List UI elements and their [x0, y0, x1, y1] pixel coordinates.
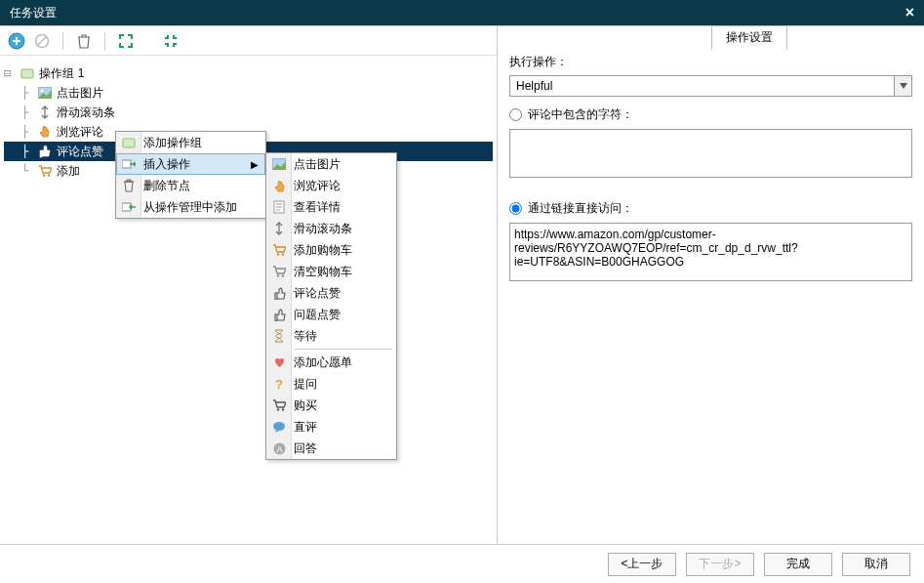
- svg-line-2: [38, 36, 47, 45]
- thumb-up-icon: [270, 284, 288, 302]
- svg-point-7: [48, 174, 50, 176]
- sub-wishlist[interactable]: 添加心愿单: [266, 352, 396, 373]
- cancel-button[interactable]: 取消: [842, 553, 910, 576]
- svg-rect-9: [122, 160, 131, 168]
- next-button: 下一步>: [686, 553, 754, 576]
- image-icon: [270, 155, 288, 173]
- link-textarea[interactable]: https://www.amazon.com/gp/customer-revie…: [509, 223, 912, 281]
- svg-text:?: ?: [275, 377, 283, 391]
- scroll-icon: [270, 220, 288, 237]
- cart-icon: [270, 241, 288, 259]
- svg-point-19: [282, 274, 284, 276]
- sub-view-detail[interactable]: 查看详情: [266, 196, 396, 218]
- tree-root[interactable]: ⊟ 操作组 1: [4, 63, 493, 83]
- content-area: ⊟ 操作组 1 ├ 点击图片 ├ 滑动滚动条 ├ 浏览评论 ├: [0, 25, 924, 544]
- sub-click-image[interactable]: 点击图片: [266, 153, 396, 175]
- disable-button[interactable]: [33, 32, 51, 50]
- tree-item[interactable]: ├ 点击图片: [4, 83, 493, 103]
- ctx-insert-action[interactable]: 插入操作 ▶: [116, 153, 265, 175]
- image-icon: [37, 85, 53, 101]
- radio-link-input[interactable]: [509, 202, 522, 215]
- titlebar: 任务设置 ×: [0, 0, 924, 25]
- tree-item[interactable]: ├ 滑动滚动条: [4, 103, 493, 122]
- scroll-icon: [37, 104, 53, 120]
- tree-item-label: 滑动滚动条: [57, 103, 115, 122]
- right-panel: 操作设置 执行操作： 评论中包含的字符： 通过链接直接访问： https://w…: [498, 26, 924, 544]
- sub-buy[interactable]: 购买: [266, 395, 396, 416]
- chevron-down-icon[interactable]: [895, 75, 912, 97]
- heart-icon: [270, 354, 288, 371]
- contains-textarea[interactable]: [509, 129, 912, 178]
- import-icon: [120, 198, 138, 216]
- sub-wait[interactable]: 等待: [266, 325, 396, 347]
- left-panel: ⊟ 操作组 1 ├ 点击图片 ├ 滑动滚动条 ├ 浏览评论 ├: [0, 26, 498, 544]
- question-icon: ?: [270, 375, 288, 393]
- add-button[interactable]: [8, 32, 25, 50]
- svg-rect-8: [123, 139, 135, 147]
- thumb-icon: [37, 144, 53, 159]
- sub-add-cart[interactable]: 添加购物车: [266, 239, 396, 261]
- svg-point-6: [43, 174, 45, 176]
- svg-point-22: [282, 408, 284, 410]
- sub-answer[interactable]: A回答: [266, 437, 396, 459]
- tree-item-label: 评论点赞: [57, 142, 103, 161]
- sub-like-question[interactable]: 问题点赞: [266, 304, 396, 325]
- svg-point-5: [41, 90, 44, 93]
- sub-scroll[interactable]: 滑动滚动条: [266, 218, 396, 239]
- svg-text:A: A: [276, 444, 282, 454]
- radio-link[interactable]: 通过链接直接访问：: [509, 200, 912, 217]
- context-submenu[interactable]: 点击图片 浏览评论 查看详情 滑动滚动条 添加购物车 清空购物车 评论点赞 问题…: [265, 152, 397, 460]
- cart-icon: [37, 163, 53, 179]
- finish-button[interactable]: 完成: [764, 553, 832, 576]
- exec-input[interactable]: [509, 75, 895, 97]
- svg-rect-3: [21, 69, 33, 78]
- svg-point-16: [277, 253, 279, 255]
- sub-clear-cart[interactable]: 清空购物车: [266, 261, 396, 282]
- radio-link-label: 通过链接直接访问：: [528, 200, 633, 217]
- exec-select[interactable]: [509, 75, 912, 97]
- ctx-delete-node[interactable]: 删除节点: [116, 175, 265, 196]
- svg-point-21: [277, 408, 279, 410]
- radio-contains-label: 评论中包含的字符：: [528, 106, 633, 123]
- svg-point-17: [282, 253, 284, 255]
- sub-ask[interactable]: ?提问: [266, 373, 396, 395]
- buy-icon: [270, 396, 288, 414]
- footer: <上一步 下一步> 完成 取消: [0, 544, 924, 583]
- sub-direct-review[interactable]: 直评: [266, 416, 396, 437]
- radio-contains[interactable]: 评论中包含的字符：: [509, 106, 912, 123]
- window-title: 任务设置: [10, 0, 57, 25]
- svg-point-18: [277, 274, 279, 276]
- insert-icon: [120, 155, 138, 173]
- hourglass-icon: [270, 327, 288, 345]
- tree-item-label: 添加: [57, 161, 80, 181]
- answer-icon: A: [270, 439, 288, 457]
- comment-icon: [270, 418, 288, 436]
- ctx-add-from-manager[interactable]: 从操作管理中添加: [116, 196, 265, 218]
- ctx-add-group[interactable]: 添加操作组: [116, 132, 265, 153]
- collapse-icon[interactable]: [162, 32, 180, 50]
- group-icon: [20, 65, 35, 81]
- prev-button[interactable]: <上一步: [608, 553, 676, 576]
- sub-like-review[interactable]: 评论点赞: [266, 282, 396, 304]
- close-icon[interactable]: ×: [905, 0, 914, 25]
- tree-item-label: 浏览评论: [57, 122, 103, 142]
- delete-button[interactable]: [75, 32, 93, 50]
- cart-empty-icon: [270, 263, 288, 280]
- hand-icon: [270, 177, 288, 194]
- tab-settings[interactable]: 操作设置: [711, 25, 787, 50]
- chevron-right-icon: ▶: [251, 159, 259, 170]
- toolbar: [0, 26, 497, 56]
- tree-root-label: 操作组 1: [39, 63, 84, 83]
- trash-icon: [120, 177, 138, 194]
- context-menu[interactable]: 添加操作组 插入操作 ▶ 删除节点 从操作管理中添加: [115, 131, 266, 219]
- tree-view[interactable]: ⊟ 操作组 1 ├ 点击图片 ├ 滑动滚动条 ├ 浏览评论 ├: [0, 56, 497, 544]
- sub-browse-review[interactable]: 浏览评论: [266, 175, 396, 196]
- thumb-up-icon: [270, 306, 288, 323]
- detail-icon: [270, 198, 288, 216]
- svg-point-23: [273, 422, 285, 431]
- tree-item-label: 点击图片: [57, 83, 103, 103]
- hand-icon: [37, 124, 53, 140]
- expand-icon[interactable]: [117, 32, 135, 50]
- group-icon: [120, 134, 138, 151]
- radio-contains-input[interactable]: [509, 108, 522, 121]
